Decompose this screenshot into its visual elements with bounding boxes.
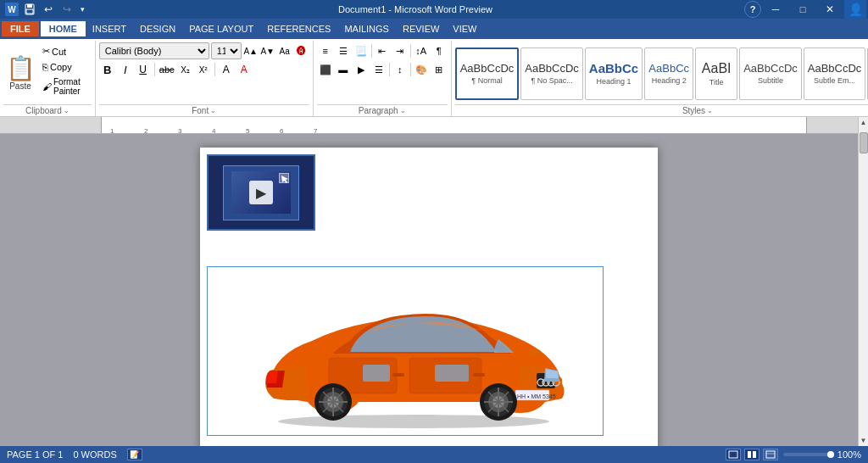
font-family-select[interactable]: Calibri (Body) xyxy=(99,42,209,59)
minimize-button[interactable]: ─ xyxy=(763,0,788,19)
save-quick-btn[interactable] xyxy=(22,3,37,16)
window-controls: ? ─ □ ✕ 👤 xyxy=(744,0,868,19)
tab-file[interactable]: FILE xyxy=(2,21,39,36)
ruler-inner: 1 2 3 4 5 6 7 xyxy=(102,117,807,133)
video-screen-content: ▶ xyxy=(231,171,291,214)
car-image-frame: HH • MM 5345 xyxy=(207,266,604,436)
show-hide-btn[interactable]: ¶ xyxy=(431,42,448,59)
style-subtitle[interactable]: AaBbCcDc Subtitle xyxy=(739,47,802,100)
help-button[interactable]: ? xyxy=(744,1,761,18)
bold-button[interactable]: B xyxy=(99,61,116,78)
tab-view[interactable]: VIEW xyxy=(446,21,483,36)
sort-btn[interactable]: ↕A xyxy=(413,42,430,59)
cut-button[interactable]: ✂ Cut xyxy=(39,44,92,59)
svg-rect-7 xyxy=(435,365,469,382)
para-divider-2 xyxy=(410,44,411,58)
styles-group-label: Styles xyxy=(682,106,705,115)
style-normal[interactable]: AaBbCcDc ¶ Normal xyxy=(455,47,520,100)
font-size-select[interactable]: 11 xyxy=(211,42,242,59)
style-title-label: Title xyxy=(709,78,724,86)
para-divider-3 xyxy=(389,63,390,76)
multilevel-btn[interactable]: 📃 xyxy=(353,42,370,59)
align-right-btn[interactable]: ▶ xyxy=(353,61,370,78)
align-left-btn[interactable]: ⬛ xyxy=(317,61,334,78)
font-color-btn[interactable]: A xyxy=(236,61,253,78)
redo-btn[interactable]: ↪ xyxy=(59,3,75,16)
bullets-btn[interactable]: ≡ xyxy=(317,42,334,59)
cursor-indicator xyxy=(279,173,289,183)
justify-btn[interactable]: ☰ xyxy=(370,61,387,78)
paste-button[interactable]: 📋 Paste xyxy=(3,42,37,104)
zoom-slider[interactable] xyxy=(783,453,834,456)
style-heading1[interactable]: AaBbCc Heading 1 xyxy=(585,47,643,100)
scroll-up-button[interactable]: ▲ xyxy=(859,117,868,128)
status-bar: PAGE 1 OF 1 0 WORDS 📝 100% xyxy=(0,446,868,463)
styles-list: AaBbCcDc ¶ Normal AaBbCcDc ¶ No Spac... … xyxy=(455,47,868,100)
tab-page-layout[interactable]: PAGE LAYOUT xyxy=(182,21,260,36)
paragraph-group-label: Paragraph xyxy=(359,106,398,115)
vertical-scrollbar[interactable]: ▲ ▼ xyxy=(858,117,868,446)
user-icon[interactable]: 👤 xyxy=(844,0,866,19)
tab-review[interactable]: REVIEW xyxy=(396,21,446,36)
line-spacing-btn[interactable]: ↕ xyxy=(392,61,409,78)
font-divider-2 xyxy=(214,63,215,76)
style-title-preview: AaBI xyxy=(702,61,732,76)
reading-view-btn[interactable] xyxy=(744,449,760,460)
styles-expand[interactable]: ⌄ xyxy=(707,107,713,114)
format-painter-button[interactable]: 🖌 Format Painter xyxy=(39,75,92,98)
numbering-btn[interactable]: ☰ xyxy=(335,42,352,59)
style-nospace[interactable]: AaBbCcDc ¶ No Spac... xyxy=(520,47,583,100)
tab-insert[interactable]: INSERT xyxy=(86,21,133,36)
zoom-thumb[interactable] xyxy=(827,451,834,458)
scroll-track[interactable] xyxy=(859,128,868,435)
scroll-down-button[interactable]: ▼ xyxy=(859,435,868,446)
strikethrough-button[interactable]: abc xyxy=(158,61,176,78)
scroll-thumb[interactable] xyxy=(860,132,868,153)
text-highlight-btn[interactable]: A xyxy=(218,61,235,78)
font-size-decrease[interactable]: A▼ xyxy=(260,43,275,59)
change-case-btn[interactable]: Aa xyxy=(277,43,292,59)
style-subtle-emphasis[interactable]: AaBbCcDc Subtle Em... xyxy=(804,47,866,100)
italic-button[interactable]: I xyxy=(117,61,134,78)
close-button[interactable]: ✕ xyxy=(817,0,843,19)
subscript-button[interactable]: X₂ xyxy=(177,61,194,78)
paste-label: Paste xyxy=(9,81,31,91)
tab-design[interactable]: DESIGN xyxy=(133,21,182,36)
ribbon: 📋 Paste ✂ Cut ⎘ Copy 🖌 Format Painter C xyxy=(0,39,868,117)
proofing-icon[interactable]: 📝 xyxy=(127,449,142,460)
cut-icon: ✂ xyxy=(42,46,50,57)
print-view-btn[interactable] xyxy=(726,449,741,460)
window-title: Document1 - Microsoft Word Preview xyxy=(86,4,744,14)
style-subtle-emphasis-label: Subtle Em... xyxy=(814,76,855,85)
style-nospace-preview: AaBbCcDc xyxy=(525,62,579,75)
shading-btn[interactable]: 🎨 xyxy=(413,61,430,78)
underline-button[interactable]: U xyxy=(135,61,152,78)
svg-rect-5 xyxy=(363,365,390,382)
ribbon-tabs: FILE HOME INSERT DESIGN PAGE LAYOUT REFE… xyxy=(0,19,868,39)
restore-button[interactable]: □ xyxy=(790,0,815,19)
font-size-increase[interactable]: A▲ xyxy=(243,43,259,59)
copy-button[interactable]: ⎘ Copy xyxy=(39,60,92,74)
tab-references[interactable]: REFERENCES xyxy=(260,21,337,36)
paragraph-expand[interactable]: ⌄ xyxy=(400,107,406,114)
clear-formatting-btn[interactable]: 🅐 xyxy=(294,43,309,59)
qa-dropdown[interactable]: ▾ xyxy=(78,3,86,16)
increase-indent-btn[interactable]: ⇥ xyxy=(392,42,409,59)
superscript-button[interactable]: X² xyxy=(195,61,212,78)
style-title[interactable]: AaBI Title xyxy=(695,47,737,100)
tab-home[interactable]: HOME xyxy=(41,21,86,36)
page-info: PAGE 1 OF 1 xyxy=(7,449,63,460)
decrease-indent-btn[interactable]: ⇤ xyxy=(374,42,391,59)
video-thumbnail: ▶ xyxy=(207,154,315,231)
clipboard-expand[interactable]: ⌄ xyxy=(64,107,70,114)
undo-btn[interactable]: ↩ xyxy=(41,3,56,16)
styles-group: AaBbCcDc ¶ Normal AaBbCcDc ¶ No Spac... … xyxy=(452,41,868,116)
style-normal-label: ¶ Normal xyxy=(471,76,502,85)
align-center-btn[interactable]: ▬ xyxy=(335,61,352,78)
borders-btn[interactable]: ⊞ xyxy=(431,61,448,78)
tab-mailings[interactable]: MAILINGS xyxy=(337,21,396,36)
style-heading2[interactable]: AaBbCc Heading 2 xyxy=(644,47,693,100)
font-expand[interactable]: ⌄ xyxy=(210,107,216,114)
cut-label: Cut xyxy=(52,47,66,57)
web-view-btn[interactable] xyxy=(763,449,778,460)
